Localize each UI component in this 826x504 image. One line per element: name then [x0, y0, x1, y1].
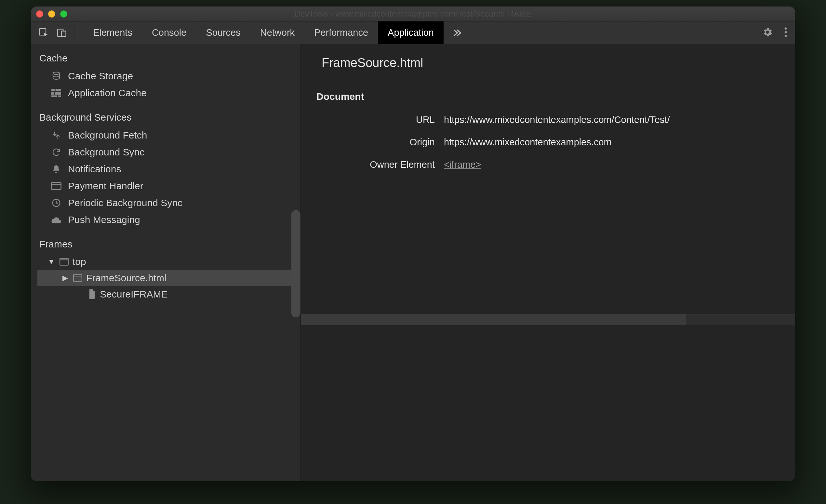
sidebar-item-cache-storage[interactable]: Cache Storage: [31, 68, 300, 84]
svg-rect-8: [51, 89, 56, 92]
svg-rect-17: [60, 258, 68, 265]
sidebar-item-push-messaging[interactable]: Push Messaging: [31, 211, 300, 228]
window-title: DevTools - www.mixedcontentexamples.com/…: [31, 9, 795, 18]
tab-application[interactable]: Application: [378, 21, 444, 44]
sidebar-item-background-fetch[interactable]: Background Fetch: [31, 127, 300, 144]
tab-performance[interactable]: Performance: [304, 21, 378, 44]
grid-icon: [50, 88, 62, 98]
fetch-icon: [50, 130, 62, 140]
detail-value-origin: https://www.mixedcontentexamples.com: [444, 137, 612, 148]
kebab-menu-icon[interactable]: [784, 27, 787, 39]
svg-point-6: [785, 35, 787, 37]
sidebar-item-label: Payment Handler: [68, 181, 143, 192]
sidebar-item-periodic-background-sync[interactable]: Periodic Background Sync: [31, 194, 300, 211]
settings-icon[interactable]: [762, 27, 773, 39]
svg-point-7: [53, 72, 60, 75]
svg-rect-11: [55, 92, 61, 95]
sidebar-item-background-sync[interactable]: Background Sync: [31, 144, 300, 161]
detail-label: Origin: [301, 137, 444, 148]
sidebar-item-notifications[interactable]: Notifications: [31, 161, 300, 178]
svg-rect-19: [73, 275, 82, 281]
sidebar-item-label: Background Fetch: [68, 130, 147, 141]
tree-label: FrameSource.html: [86, 272, 167, 284]
database-icon: [50, 71, 62, 81]
card-icon: [50, 182, 62, 190]
tab-network[interactable]: Network: [250, 21, 304, 44]
inspect-element-icon[interactable]: [38, 27, 49, 38]
sidebar-item-label: Cache Storage: [68, 71, 133, 82]
devtools-window: DevTools - www.mixedcontentexamples.com/…: [31, 6, 795, 481]
detail-row-url: URL https://www.mixedcontentexamples.com…: [301, 109, 795, 131]
sidebar-heading-frames: Frames: [31, 234, 300, 254]
detail-row-owner-element: Owner Element <iframe>: [301, 153, 795, 176]
disclosure-triangle-right-icon[interactable]: ▶: [61, 274, 69, 282]
tree-label: SecureIFRAME: [100, 289, 168, 300]
toolbar-divider: [77, 25, 77, 40]
application-sidebar: Cache Cache Storage Application Cache: [31, 44, 301, 481]
sidebar-heading-background-services: Background Services: [31, 107, 300, 127]
sidebar-item-application-cache[interactable]: Application Cache: [31, 84, 300, 102]
frames-tree-secureiframe[interactable]: SecureIFRAME: [38, 286, 300, 302]
document-icon: [88, 290, 96, 299]
detail-value-url: https://www.mixedcontentexamples.com/Con…: [444, 115, 670, 125]
clock-icon: [50, 198, 62, 208]
tab-elements[interactable]: Elements: [83, 21, 142, 44]
svg-rect-13: [58, 96, 61, 97]
panel-body: Cache Cache Storage Application Cache: [31, 44, 795, 481]
detail-section-heading: Document: [301, 81, 795, 109]
devtools-toolbar: Elements Console Sources Network Perform…: [31, 21, 795, 44]
more-tabs-icon[interactable]: [444, 21, 470, 44]
bell-icon: [50, 164, 62, 174]
detail-row-origin: Origin https://www.mixedcontentexamples.…: [301, 131, 795, 153]
owner-element-link[interactable]: <iframe>: [444, 159, 481, 170]
frames-tree-top[interactable]: ▼ top: [38, 254, 300, 270]
sidebar-item-label: Background Sync: [68, 147, 144, 158]
svg-rect-2: [61, 31, 66, 37]
frame-detail-pane: FrameSource.html Document URL https://ww…: [301, 44, 795, 481]
svg-rect-12: [51, 96, 57, 97]
frame-icon: [73, 274, 82, 282]
titlebar: DevTools - www.mixedcontentexamples.com/…: [31, 6, 795, 21]
sync-icon: [50, 147, 62, 157]
frame-icon: [60, 258, 69, 266]
svg-point-5: [785, 31, 787, 33]
cloud-icon: [50, 216, 62, 224]
sidebar-heading-cache: Cache: [31, 48, 300, 68]
svg-rect-10: [51, 92, 54, 95]
frames-tree-framesource[interactable]: ▶ FrameSource.html: [38, 270, 300, 286]
detail-label: Owner Element: [301, 159, 444, 170]
disclosure-triangle-down-icon[interactable]: ▼: [47, 257, 56, 266]
detail-title: FrameSource.html: [301, 44, 795, 81]
tree-label: top: [72, 256, 86, 267]
svg-rect-9: [56, 89, 61, 92]
tab-sources[interactable]: Sources: [196, 21, 250, 44]
horizontal-scrollbar-track[interactable]: [301, 314, 795, 325]
sidebar-item-payment-handler[interactable]: Payment Handler: [31, 178, 300, 194]
svg-rect-14: [51, 182, 61, 189]
tab-console[interactable]: Console: [142, 21, 196, 44]
sidebar-item-label: Periodic Background Sync: [68, 197, 182, 208]
svg-point-4: [785, 27, 787, 29]
horizontal-scrollbar-thumb[interactable]: [301, 314, 686, 325]
detail-label: URL: [301, 115, 444, 125]
panel-tabs: Elements Console Sources Network Perform…: [83, 21, 444, 44]
device-toggle-icon[interactable]: [56, 27, 67, 38]
sidebar-scrollbar[interactable]: [291, 210, 300, 317]
sidebar-item-label: Notifications: [68, 164, 121, 175]
sidebar-item-label: Push Messaging: [68, 214, 140, 225]
sidebar-item-label: Application Cache: [68, 87, 147, 99]
